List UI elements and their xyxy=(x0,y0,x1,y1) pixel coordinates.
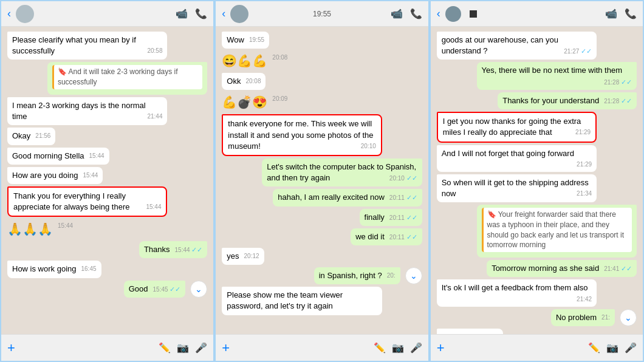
msg-time-p1m5: 15:44 xyxy=(89,152,104,160)
chat-panel-3: ‹ 📹 📞 goods at our warehouse, can you un… xyxy=(430,0,644,362)
chat-footer-2: + ✏️ 📷 🎤 xyxy=(216,334,428,361)
msg-p1m4: Okay 21:56 xyxy=(7,128,55,145)
footer-icons-1: ✏️ 📷 🎤 xyxy=(159,342,207,353)
msg-p2m5: thank everyone for me. This week we will… xyxy=(222,114,382,156)
plus-button-1[interactable]: + xyxy=(7,340,15,356)
mic-icon-1[interactable]: 🎤 xyxy=(195,342,207,353)
msg-p2m8: finally 20:11 ✓✓ xyxy=(360,209,422,226)
msg-p1m1: Please clearify what you mean by if succ… xyxy=(7,32,167,60)
msg-time-p1m4: 21:56 xyxy=(35,132,50,140)
mic-icon-3[interactable]: 🎤 xyxy=(625,342,637,353)
msg-p2m9: we did it 20:11 ✓✓ xyxy=(351,228,422,245)
msg-p3m4: I get you now thanks for going the extra… xyxy=(437,112,597,142)
back-button-2[interactable]: ‹ xyxy=(222,7,225,20)
scroll-btn-3[interactable]: ⌄ xyxy=(620,309,637,326)
msg-p1m9: Thanks 15:44 ✓✓ xyxy=(139,241,207,258)
msg-time-p1m7: 15:44 xyxy=(146,203,161,211)
msg-p3m7: 🔖 Your freight forwarder said that there… xyxy=(477,205,637,258)
msg-p3m10: No problem 21: xyxy=(551,309,615,326)
chat-panel-1: ‹ 📹 📞 Please clearify what you mean by i… xyxy=(0,0,214,362)
msg-p1m10: How is work going 16:45 xyxy=(7,261,101,278)
msg-p2m3: Okk 20:08 xyxy=(222,73,265,90)
msg-p1m3: I mean 2-3 working days is the normal ti… xyxy=(7,97,167,125)
back-button-3[interactable]: ‹ xyxy=(437,7,440,20)
header-icons-3: 📹 📞 xyxy=(605,8,637,19)
msg-time-p1m1: 20:58 xyxy=(147,47,162,55)
msg-p2m2: 😄💪💪 20:08 xyxy=(222,51,287,70)
chat-header-3: ‹ 📹 📞 xyxy=(431,1,643,27)
msg-p2m1: Wow 19:55 xyxy=(222,32,269,49)
msg-p1m6: How are you doing 15:44 xyxy=(7,167,103,184)
msg-p1m11: Good 15:45 ✓✓ xyxy=(124,281,186,298)
draw-icon-3[interactable]: ✏️ xyxy=(588,342,600,353)
avatar-1 xyxy=(16,5,34,23)
msg-p2m12: Please show me the team viewer password,… xyxy=(222,287,382,315)
chat-body-2: Wow 19:55 😄💪💪 20:08 Okk 20:08 💪💣😍 20:09 … xyxy=(216,27,428,334)
chat-panel-2: ‹ 19:55 📹 📞 Wow 19:55 😄💪💪 20:08 Okk 20:0… xyxy=(214,0,429,362)
scroll-btn-1[interactable]: ⌄ xyxy=(190,281,207,298)
msg-p3m5: And I will not forget that going forward… xyxy=(437,145,597,172)
msg-time-p1m11: 15:45 ✓✓ xyxy=(153,285,181,294)
mic-icon-2[interactable]: 🎤 xyxy=(410,342,422,353)
msg-p1m2: 🔖 And it will take 2-3 working days if s… xyxy=(47,62,207,95)
msg-p3m3: Thanks for your understand 21:28 ✓✓ xyxy=(498,92,637,109)
chat-body-1: Please clearify what you mean by if succ… xyxy=(1,27,213,334)
msg-p2m6: Let's switch the computer back to Spanis… xyxy=(262,159,422,186)
msg-quote-p1m2: 🔖 And it will take 2-3 working days if s… xyxy=(52,65,202,89)
msg-p1m5: Good morning Stella 15:44 xyxy=(7,148,109,165)
header-icons-1: 📹 📞 xyxy=(176,8,207,19)
phone-icon-2[interactable]: 📞 xyxy=(410,8,422,19)
chat-header-1: ‹ 📹 📞 xyxy=(1,1,213,27)
msg-p2m11: in Spanish, right ? 20: xyxy=(314,267,400,284)
header-icons-2: 📹 📞 xyxy=(391,8,422,19)
msg-p3m6: So when will it get to the shipping addr… xyxy=(437,174,597,202)
quote-icon-3: 🔖 xyxy=(487,210,496,219)
msg-time-p1m6: 15:44 xyxy=(83,171,98,180)
avatar-2 xyxy=(230,5,248,23)
chat-footer-1: + ✏️ 📷 🎤 xyxy=(1,334,213,361)
camera-icon-2[interactable]: 📷 xyxy=(392,342,404,353)
video-icon-1[interactable]: 📹 xyxy=(176,8,188,19)
camera-icon-3[interactable]: 📷 xyxy=(606,342,618,353)
footer-icons-3: ✏️ 📷 🎤 xyxy=(588,342,637,353)
msg-p3m9: It's ok I will get a feedback from them … xyxy=(437,279,597,306)
quote-icon: 🔖 xyxy=(58,67,67,76)
camera-icon-1[interactable]: 📷 xyxy=(177,342,189,353)
msg-p1m7: Thank you for everything I really apprec… xyxy=(7,186,167,217)
chat-header-2: ‹ 19:55 📹 📞 xyxy=(216,1,428,27)
msg-p3m2: Yes, there will be no next time with the… xyxy=(477,62,637,90)
video-icon-3[interactable]: 📹 xyxy=(605,8,617,19)
msg-time-p1m9: 15:44 ✓✓ xyxy=(175,245,203,254)
plus-button-2[interactable]: + xyxy=(222,340,230,356)
video-icon-2[interactable]: 📹 xyxy=(391,8,403,19)
msg-quote-p3m7: 🔖 Your freight forwarder said that there… xyxy=(482,208,632,252)
draw-icon-1[interactable]: ✏️ xyxy=(159,342,171,353)
avatar-3 xyxy=(445,6,461,22)
back-button-1[interactable]: ‹ xyxy=(7,7,11,20)
phone-icon-3[interactable]: 📞 xyxy=(625,8,637,19)
msg-p2m10: yes 20:12 xyxy=(222,248,264,265)
scroll-btn-2[interactable]: ⌄ xyxy=(405,267,422,284)
footer-icons-2: ✏️ 📷 🎤 xyxy=(374,342,422,353)
plus-button-3[interactable]: + xyxy=(437,340,445,356)
msg-p1m8: 🙏🙏🙏 15:44 xyxy=(7,219,73,239)
msg-p2m4: 💪💣😍 20:09 xyxy=(222,92,287,112)
avatar-small-3 xyxy=(470,10,477,18)
msg-p3m1: goods at our warehouse, can you understa… xyxy=(437,32,597,60)
phone-icon-1[interactable]: 📞 xyxy=(195,8,207,19)
draw-icon-2[interactable]: ✏️ xyxy=(374,342,386,353)
msg-p2m7: hahah, I am really excited now 20:11 ✓✓ xyxy=(273,189,422,206)
msg-time-p1m8: 15:44 xyxy=(58,222,73,230)
msg-time-p1m3: 21:44 xyxy=(147,112,162,121)
chat-body-3: goods at our warehouse, can you understa… xyxy=(431,27,643,334)
msg-p3m8: Tomorrow morning as she said 21:41 ✓✓ xyxy=(487,260,637,277)
msg-p3m11: Thank you 21:43 xyxy=(437,329,504,334)
chat-footer-3: + ✏️ 📷 🎤 xyxy=(431,334,643,361)
msg-time-p1m10: 16:45 xyxy=(81,265,97,273)
header-time-2: 19:55 xyxy=(313,10,331,18)
